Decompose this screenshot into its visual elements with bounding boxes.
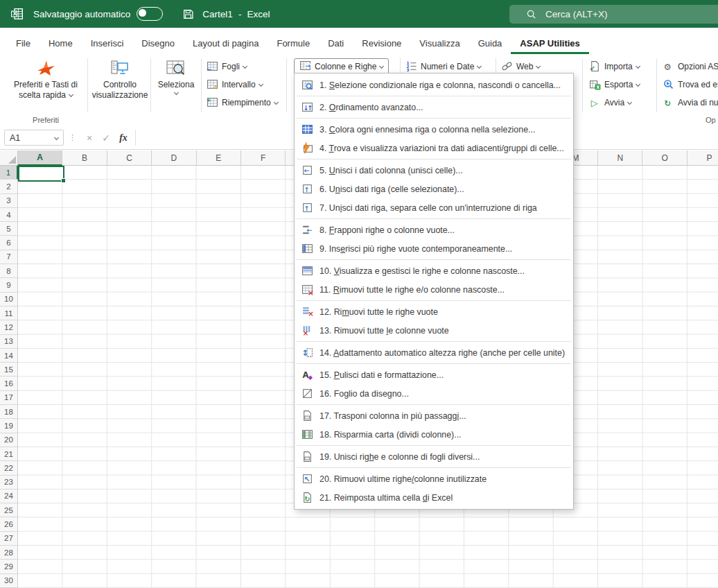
row-header-29[interactable]: 29 <box>0 560 18 573</box>
importa-button[interactable]: ↙Importa <box>589 58 640 74</box>
intervallo-button[interactable]: ↗Intervallo <box>207 76 278 92</box>
riempimento-button[interactable]: +Riempimento <box>207 94 278 110</box>
menu-item-2[interactable]: ↓↑2. Ordinamento avanzato... <box>295 98 573 116</box>
row-header-10[interactable]: 10 <box>0 293 18 306</box>
menu-item-1[interactable]: 1. Selezione condizionale riga e colonna… <box>295 76 573 94</box>
menu-item-16[interactable]: 16. Foglio da disegno... <box>295 384 573 403</box>
menu-item-4[interactable]: 4. Trova e visualizza variazioni tra dat… <box>295 139 573 157</box>
row-header-26[interactable]: 26 <box>0 517 18 531</box>
row-header-27[interactable]: 27 <box>0 532 18 546</box>
tab-file[interactable]: File <box>7 33 40 54</box>
column-header-b[interactable]: B <box>62 150 107 166</box>
row-header-21[interactable]: 21 <box>0 447 18 461</box>
row-header-25[interactable]: 25 <box>0 503 18 517</box>
save-icon[interactable] <box>182 8 194 20</box>
esporta-button[interactable]: XEsporta <box>589 76 640 92</box>
tab-disegno[interactable]: Disegno <box>132 33 184 54</box>
row-header-7[interactable]: 7 <box>0 250 18 264</box>
row-header-19[interactable]: 19 <box>0 419 18 433</box>
row-header-17[interactable]: 17 <box>0 391 18 405</box>
fogli-button[interactable]: ←Fogli <box>207 58 278 74</box>
name-box[interactable]: A1 <box>4 130 64 146</box>
row-header-20[interactable]: 20 <box>0 433 18 447</box>
menu-item-18[interactable]: 18. Risparmia carta (dividi colonne)... <box>295 425 573 444</box>
formula-bar-handle[interactable]: ⋮ <box>69 133 76 142</box>
display-control-button[interactable]: Controllo visualizzazione <box>91 56 149 116</box>
row-header-28[interactable]: 28 <box>0 546 18 560</box>
row-header-5[interactable]: 5 <box>0 222 18 236</box>
menu-item-17[interactable]: 17. Trasponi colonna in più passaggi... <box>295 406 573 425</box>
menu-item-11[interactable]: ×11. Rimuovi tutte le righe e/o colonne … <box>295 280 573 299</box>
tab-visualizza[interactable]: Visualizza <box>410 33 469 54</box>
row-header-14[interactable]: 14 <box>0 349 18 363</box>
select-button[interactable]: Seleziona <box>153 56 199 116</box>
column-header-e[interactable]: E <box>197 150 241 166</box>
tab-inserisci[interactable]: Inserisci <box>82 33 133 54</box>
column-header-n[interactable]: N <box>598 150 642 166</box>
menu-item-14[interactable]: ↕14. Adattamento automatico altezza righ… <box>295 343 573 362</box>
menu-item-20[interactable]: ↖20. Rimuovi ultime righe/colonne inutil… <box>295 469 573 488</box>
selected-cell-a1[interactable] <box>18 166 64 182</box>
trova-ed-ese-button[interactable]: Trova ed ese <box>663 76 718 92</box>
select-all-corner[interactable] <box>0 150 18 166</box>
numeri-e-date-button[interactable]: 123Numeri e Date <box>405 58 481 74</box>
autosave-toggle[interactable] <box>137 7 163 21</box>
tab-asap-utilities[interactable]: ASAP Utilities <box>511 33 588 54</box>
avvia-button[interactable]: ▷Avvia <box>589 94 640 110</box>
name-box-chevron[interactable] <box>51 133 58 143</box>
excel-app-icon[interactable]: X <box>11 8 24 20</box>
search-box[interactable]: Cerca (ALT+X) <box>509 5 718 24</box>
avvia-di-nuo-button[interactable]: ↻Avvia di nuo <box>663 94 718 110</box>
menu-item-5[interactable]: ←5. Unisci i dati colonna (unisci celle)… <box>295 161 573 180</box>
row-header-16[interactable]: 16 <box>0 377 18 390</box>
column-header-f[interactable]: F <box>241 150 286 166</box>
tab-dati[interactable]: Dati <box>319 33 353 54</box>
row-header-30[interactable]: 30 <box>0 574 18 588</box>
row-header-3[interactable]: 3 <box>0 194 18 208</box>
menu-item-6[interactable]: ↑6. Unisci dati riga (celle selezionate)… <box>295 180 573 198</box>
row-header-9[interactable]: 9 <box>0 278 18 292</box>
tab-layout-di-pagina[interactable]: Layout di pagina <box>184 33 268 54</box>
column-header-c[interactable]: C <box>107 150 152 166</box>
autosave-control[interactable]: Salvataggio automatico <box>33 7 163 21</box>
tab-revisione[interactable]: Revisione <box>353 33 410 54</box>
row-header-13[interactable]: 13 <box>0 335 18 349</box>
menu-item-7[interactable]: ↑7. Unisci dati riga, separa celle con u… <box>295 198 573 217</box>
menu-item-21[interactable]: ↻21. Reimposta ultima cella di Excel <box>295 488 573 507</box>
menu-item-9[interactable]: 9. Inserisci più righe vuote contemporan… <box>295 239 573 258</box>
row-header-23[interactable]: 23 <box>0 476 18 490</box>
column-header-p[interactable]: P <box>688 150 718 166</box>
row-header-18[interactable]: 18 <box>0 405 18 419</box>
menu-item-8[interactable]: ←8. Frapponi righe o colonne vuote... <box>295 220 573 239</box>
insert-function-button[interactable]: fx <box>114 132 132 144</box>
tab-home[interactable]: Home <box>40 33 82 54</box>
menu-item-13[interactable]: ×13. Rimuovi tutte le colonne vuote <box>295 321 573 340</box>
row-header-6[interactable]: 6 <box>0 236 18 250</box>
row-header-24[interactable]: 24 <box>0 490 18 503</box>
menu-item-12[interactable]: ×12. Rimuovi tutte le righe vuote <box>295 302 573 321</box>
menu-item-3[interactable]: 3. Colora ogni ennesima riga o colonna n… <box>295 120 573 139</box>
web-button[interactable]: Web <box>501 58 540 74</box>
column-header-o[interactable]: O <box>642 150 687 166</box>
menu-item-19[interactable]: 19. Unisci righe e colonne di fogli dive… <box>295 447 573 466</box>
menu-item-label: 12. Rimuovi tutte le righe vuote <box>319 307 438 317</box>
fill-handle[interactable] <box>61 178 66 183</box>
cancel-button[interactable]: × <box>81 132 98 144</box>
menu-item-10[interactable]: 10. Visualizza e gestisci le righe e col… <box>295 261 573 280</box>
row-header-12[interactable]: 12 <box>0 320 18 334</box>
favorites-shortcuts-button[interactable]: Preferiti e Tasti di scelta rapida <box>7 56 85 116</box>
row-header-4[interactable]: 4 <box>0 208 18 222</box>
row-header-22[interactable]: 22 <box>0 461 18 475</box>
row-header-15[interactable]: 15 <box>0 363 18 377</box>
row-header-2[interactable]: 2 <box>0 180 18 193</box>
row-header-8[interactable]: 8 <box>0 264 18 278</box>
tab-guida[interactable]: Guida <box>469 33 511 54</box>
tab-formule[interactable]: Formule <box>268 33 319 54</box>
enter-button[interactable]: ✓ <box>98 132 114 144</box>
column-header-d[interactable]: D <box>152 150 196 166</box>
column-header-a[interactable]: A <box>18 150 62 166</box>
row-header-1[interactable]: 1 <box>0 166 18 180</box>
menu-item-15[interactable]: A◆15. Pulisci dati e formattazione... <box>295 365 573 384</box>
row-header-11[interactable]: 11 <box>0 306 18 320</box>
opzioni-asa-button[interactable]: ⚙Opzioni ASA <box>663 58 718 74</box>
